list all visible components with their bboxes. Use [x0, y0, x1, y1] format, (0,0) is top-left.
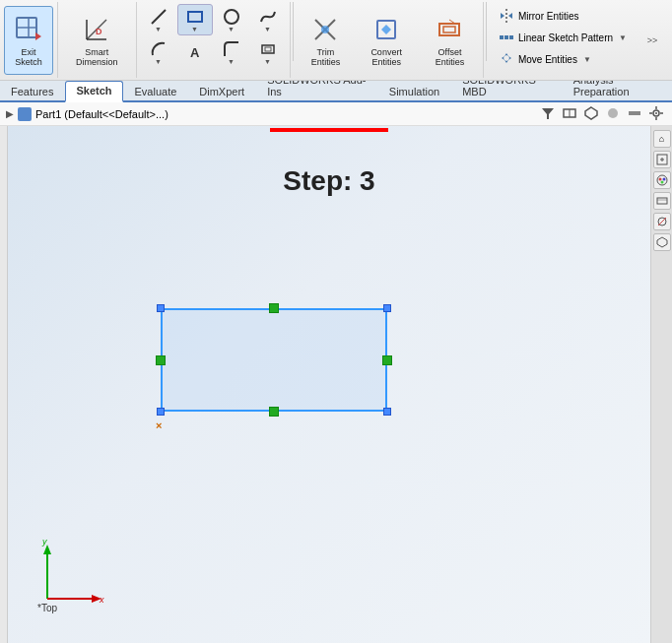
exit-sketch-button[interactable]: Exit Sketch	[4, 6, 53, 75]
trim-entities-button[interactable]: Trim Entities	[299, 6, 352, 75]
constraint-right-mid	[382, 355, 392, 365]
svg-text:D: D	[96, 27, 102, 36]
convert-entities-icon	[370, 14, 402, 45]
hide-lines-button[interactable]	[653, 213, 671, 230]
offset-entities-button[interactable]: Offset Entities	[421, 6, 479, 75]
entities-section: Trim Entities Convert Entities Offset	[295, 2, 484, 78]
tab-features[interactable]: Features	[0, 82, 64, 100]
breadcrumb-text: Part1 (Default<<Default>...)	[35, 108, 168, 120]
svg-point-46	[658, 178, 661, 181]
svg-text:A: A	[190, 45, 200, 60]
part-icon	[18, 107, 32, 121]
smart-dimension-section: D Smart Dimension	[58, 2, 137, 78]
view-palette-button[interactable]	[653, 171, 671, 189]
svg-rect-8	[188, 12, 202, 22]
svg-point-48	[660, 181, 663, 184]
svg-rect-29	[629, 111, 640, 115]
tab-dimxpert[interactable]: DimXpert	[188, 82, 255, 100]
offset-bottom-button[interactable]: ▼	[250, 36, 286, 68]
svg-point-9	[225, 10, 238, 24]
corner-tl	[157, 304, 165, 312]
svg-marker-27	[585, 107, 597, 119]
tab-sketch[interactable]: Sketch	[65, 81, 122, 102]
smart-dimension-button[interactable]: D Smart Dimension	[62, 6, 132, 75]
svg-point-28	[608, 108, 618, 118]
tab-evaluate[interactable]: Evaluate	[124, 82, 188, 100]
svg-text:y: y	[41, 540, 47, 547]
line-tool-button[interactable]: ▼	[141, 4, 176, 35]
svg-point-31	[655, 112, 657, 114]
svg-point-47	[662, 178, 665, 181]
mirror-icon	[499, 8, 514, 24]
canvas[interactable]: Step: 3 ×	[8, 126, 650, 643]
corner-br	[383, 408, 391, 416]
axis-indicator: x y *Top	[33, 540, 111, 613]
constraint-left-mid	[156, 355, 166, 365]
zoom-to-fit-button[interactable]	[653, 151, 671, 168]
svg-rect-12	[265, 47, 271, 51]
hide-show-button[interactable]	[627, 105, 644, 123]
arc-tool-button[interactable]: ▼	[141, 36, 176, 68]
smart-dimension-icon: D	[81, 14, 112, 45]
convert-entities-button[interactable]: Convert Entities	[354, 6, 419, 75]
text-tool-button[interactable]: A	[177, 36, 213, 68]
corner-bl	[157, 408, 165, 416]
ribbon-tabs: Features Sketch Evaluate DimXpert SOLIDW…	[0, 81, 672, 102]
left-sidebar	[0, 126, 8, 643]
svg-text:x: x	[99, 595, 104, 605]
svg-rect-23	[504, 35, 508, 39]
linear-sketch-pattern-button[interactable]: Linear Sketch Pattern ▼	[495, 28, 631, 47]
svg-rect-18	[443, 27, 455, 32]
view-orientation-button[interactable]	[583, 105, 601, 123]
exit-sketch-icon	[13, 14, 44, 45]
section-view-button[interactable]	[562, 105, 579, 123]
move-entities-dropdown[interactable]: ▼	[583, 55, 591, 64]
step-underline	[270, 128, 388, 132]
exit-sketch-section: Exit Sketch	[0, 2, 58, 78]
display-mode-button[interactable]	[653, 192, 671, 210]
view-home-button[interactable]: ⌂	[653, 130, 671, 148]
spline-tool-button[interactable]: ▼	[250, 4, 286, 35]
constraint-bottom-center	[269, 407, 279, 417]
svg-marker-53	[657, 237, 667, 247]
select-filter-button[interactable]	[540, 105, 558, 123]
right-tools-panel: Mirror Entities Linear Sketch Pattern ▼ …	[489, 2, 637, 78]
fillet-tool-button[interactable]: ▼	[214, 36, 249, 68]
constraint-top-center	[269, 303, 279, 313]
right-toolbar: ⌂	[650, 126, 672, 643]
svg-rect-11	[262, 45, 274, 53]
circle-tool-button[interactable]: ▼	[214, 4, 249, 35]
view-3d-button[interactable]	[653, 233, 671, 251]
toolbar: Exit Sketch D Smart Dimension	[0, 0, 672, 81]
move-entities-button[interactable]: Move Entities ▼	[495, 49, 631, 69]
display-style-button[interactable]	[605, 105, 623, 123]
corner-tr	[383, 304, 391, 312]
toolbar-expand-button[interactable]: >>	[637, 31, 668, 50]
svg-point-15	[321, 26, 329, 33]
tab-simulation[interactable]: Simulation	[378, 82, 450, 100]
offset-entities-icon	[434, 14, 465, 45]
move-icon	[499, 51, 514, 67]
svg-rect-22	[500, 35, 504, 39]
rectangle-tool-button[interactable]: ▼	[177, 4, 213, 35]
toolbar-separator-1	[293, 2, 294, 61]
view-settings-button[interactable]	[648, 105, 666, 123]
expand-tree-icon[interactable]: ▶	[6, 108, 14, 119]
toolbar-separator-2	[486, 2, 487, 61]
sketch-rectangle	[161, 308, 387, 412]
linear-pattern-icon	[499, 30, 514, 45]
sketch-area: ×	[161, 308, 387, 412]
sketch-tools-section: ▼ ▼ ▼ ▼	[137, 2, 291, 78]
svg-line-7	[152, 10, 166, 24]
main-area: Step: 3 ×	[0, 126, 672, 643]
trim-entities-icon	[309, 14, 341, 45]
linear-pattern-dropdown[interactable]: ▼	[619, 33, 627, 42]
mirror-entities-button[interactable]: Mirror Entities	[495, 6, 631, 26]
step-label: Step: 3	[283, 165, 374, 197]
breadcrumb-bar: ▶ Part1 (Default<<Default>...)	[0, 102, 672, 126]
svg-rect-49	[657, 198, 667, 204]
svg-rect-17	[439, 24, 459, 35]
svg-rect-24	[509, 35, 513, 39]
origin-marker: ×	[156, 419, 162, 431]
